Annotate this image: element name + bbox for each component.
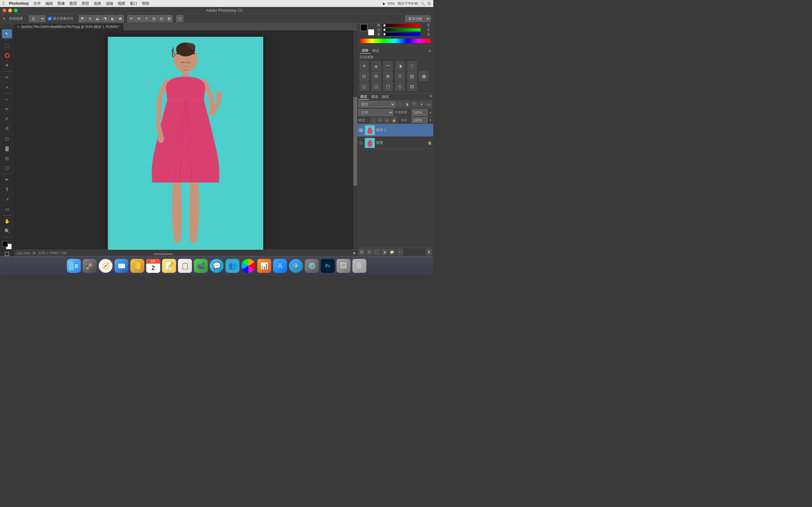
dock-addressbook[interactable]: 📒 (130, 259, 145, 273)
layers-panel-menu[interactable]: ≡ (430, 94, 432, 100)
opacity-arrow[interactable]: ▼ (429, 111, 432, 114)
brush-tool[interactable]: ✏ (2, 104, 12, 113)
layer-link-btn[interactable]: ⛓ (358, 249, 365, 255)
dock-wechat[interactable]: 👥 (225, 259, 240, 273)
layer-filter-smart[interactable]: ✦ (418, 101, 425, 107)
align-center-v-btn[interactable]: ⊞ (86, 15, 93, 22)
lock-image-btn[interactable]: ✏ (377, 117, 383, 123)
lock-transparent-btn[interactable]: ⬚ (370, 117, 376, 123)
layer-item-1[interactable]: 图层 1 (357, 124, 433, 136)
lasso-tool[interactable]: ⭕ (2, 51, 12, 60)
channelmixer-btn[interactable]: ▧ (408, 72, 416, 80)
adjustments-tab[interactable]: 调整 (360, 48, 370, 54)
layers-tab[interactable]: 图层 (358, 94, 369, 100)
align-left-btn[interactable]: ⬒ (79, 15, 86, 22)
bw-btn[interactable]: ⊠ (384, 72, 392, 80)
brightness-btn[interactable]: ☀ (360, 61, 368, 70)
distribute-left-btn[interactable]: ⊟ (128, 15, 135, 22)
show-transform-checkbox[interactable] (48, 17, 52, 20)
layer-group-btn[interactable]: 📁 (389, 249, 395, 255)
fill-input[interactable] (412, 117, 427, 123)
clone-stamp-tool[interactable]: ✐ (2, 114, 12, 123)
marquee-tool[interactable]: ⬚ (2, 41, 12, 50)
lock-position-btn[interactable]: ✛ (384, 117, 390, 123)
b-slider[interactable] (383, 33, 420, 36)
pen-tool[interactable]: ✒ (2, 175, 12, 184)
dock-photos[interactable] (241, 259, 256, 273)
foreground-color[interactable] (360, 24, 367, 31)
layer-filter-dropdown[interactable]: 类型 (358, 101, 396, 107)
healing-brush-tool[interactable]: ⌐ (2, 95, 12, 104)
menu-file[interactable]: 文件 (33, 1, 41, 6)
menu-layer[interactable]: 图层 (69, 1, 77, 6)
paths-tab[interactable]: 路径 (380, 94, 391, 100)
invert-btn[interactable]: ◱ (360, 82, 368, 91)
dock-mail[interactable]: ✉️ (114, 259, 129, 273)
align-right-btn[interactable]: ⬓ (94, 15, 101, 22)
r-slider[interactable] (383, 24, 420, 27)
distribute-center-h-btn[interactable]: ▥ (158, 15, 165, 22)
dock-reminders[interactable]: 📋 (177, 259, 192, 273)
layer-filter-text[interactable]: T (411, 101, 417, 107)
layer-filter-pixel[interactable]: ⬚ (397, 101, 403, 107)
dock-finder[interactable] (67, 259, 81, 273)
dock-calendar[interactable]: 8月 2 (146, 259, 160, 273)
dock-systemprefs[interactable]: ⚙️ (305, 259, 319, 273)
minimize-button[interactable] (8, 9, 12, 12)
blur-tool[interactable]: ◎ (2, 153, 12, 163)
r-value[interactable]: 0 (422, 23, 429, 27)
auto-align-btn[interactable]: ◫ (176, 15, 183, 22)
vibrance-btn[interactable]: ▽ (408, 61, 416, 70)
hsl-btn[interactable]: ⊟ (360, 72, 368, 80)
levels-btn[interactable]: ▲ (372, 61, 380, 70)
channels-tab[interactable]: 通道 (369, 94, 380, 100)
g-slider[interactable] (383, 28, 420, 32)
layer-item-bg[interactable]: 背景 🔒 (357, 136, 433, 149)
fill-arrow[interactable]: ▼ (429, 118, 432, 122)
scroll-arrow-down[interactable]: ▶ (353, 251, 356, 255)
delete-layer-btn[interactable]: 🗑 (426, 249, 432, 255)
eyedropper-tool[interactable]: ⌖ (2, 83, 12, 92)
quick-mask-btn[interactable] (5, 252, 9, 256)
menu-window[interactable]: 窗口 (130, 1, 137, 6)
color-spectrum[interactable] (360, 39, 431, 43)
g-value[interactable]: 0 (422, 28, 429, 32)
posterize-btn[interactable]: ◲ (372, 82, 380, 91)
layer-adjustment-btn[interactable]: ◑ (381, 249, 388, 255)
b-value[interactable]: 0 (422, 32, 429, 36)
dock-messages[interactable]: 💬 (209, 259, 224, 273)
crop-tool[interactable]: ✂ (2, 73, 12, 82)
type-tool[interactable]: T (2, 185, 12, 194)
layer-1-visibility[interactable] (358, 128, 363, 133)
dock-safari[interactable]: 🧭 (98, 259, 113, 273)
menu-image[interactable]: 图像 (57, 1, 65, 6)
gradientmap-btn[interactable]: ◴ (396, 82, 404, 91)
gradient-tool[interactable]: ▓ (2, 144, 12, 153)
dodge-tool[interactable]: ⬡ (2, 163, 12, 172)
shape-tool[interactable]: ▭ (2, 205, 12, 214)
blend-mode-dropdown[interactable]: 正常 (358, 109, 393, 116)
dock-photoshop[interactable]: Ps (320, 259, 335, 273)
menu-help[interactable]: 帮助 (142, 1, 149, 6)
dock-telegram[interactable]: ✈ (289, 259, 303, 273)
exposure-btn[interactable]: ◑ (396, 61, 404, 70)
auto-select-dropdown[interactable]: 组 图层 (29, 15, 45, 22)
align-top-btn[interactable]: ⬔ (101, 15, 108, 22)
search-icon[interactable]: 🔍 (420, 2, 425, 6)
magic-wand-tool[interactable]: ✦ (2, 61, 12, 70)
layer-fx-btn[interactable]: fx (366, 249, 372, 255)
menu-type[interactable]: 类型 (82, 1, 89, 6)
adj-panel-menu[interactable]: ≡ (429, 49, 431, 53)
foreground-color-swatch[interactable] (2, 241, 8, 247)
distribute-top-btn[interactable]: ▤ (150, 15, 157, 22)
maximize-button[interactable] (14, 9, 18, 12)
dock-preview[interactable]: 🖼 (336, 259, 351, 273)
history-brush-tool[interactable]: ↺ (2, 124, 12, 133)
photofilter-btn[interactable]: ⊡ (396, 72, 404, 80)
opacity-input[interactable] (412, 109, 427, 116)
layer-mask-btn[interactable]: ⬚ (374, 249, 380, 255)
distribute-bottom-btn[interactable]: ▦ (165, 15, 172, 22)
styles-tab[interactable]: 样式 (370, 48, 381, 54)
background-color[interactable] (368, 29, 374, 36)
selectivecolor-btn[interactable]: ▤ (408, 82, 416, 91)
